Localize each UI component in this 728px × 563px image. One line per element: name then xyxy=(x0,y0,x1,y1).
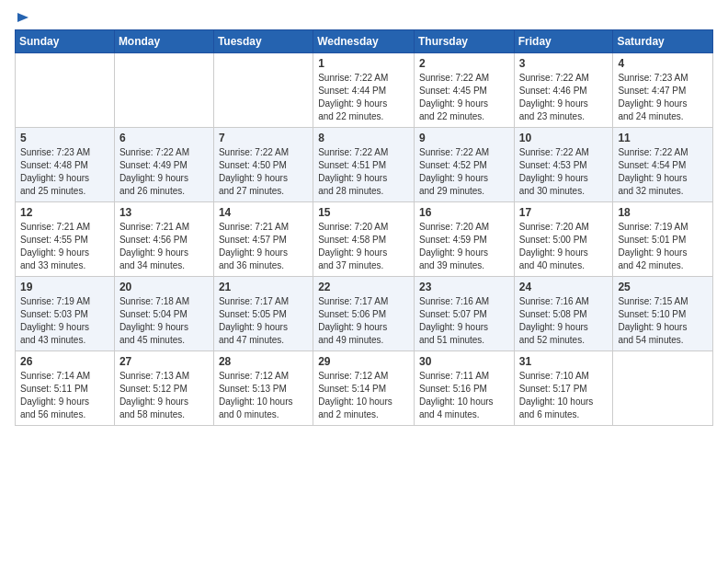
calendar-cell: 31Sunrise: 7:10 AM Sunset: 5:17 PM Dayli… xyxy=(514,351,613,426)
day-info: Sunrise: 7:18 AM Sunset: 5:04 PM Dayligh… xyxy=(119,295,209,347)
calendar-cell: 2Sunrise: 7:22 AM Sunset: 4:45 PM Daylig… xyxy=(414,53,514,128)
day-number: 18 xyxy=(618,206,708,219)
day-info: Sunrise: 7:21 AM Sunset: 4:57 PM Dayligh… xyxy=(219,221,308,272)
day-info: Sunrise: 7:12 AM Sunset: 5:14 PM Dayligh… xyxy=(318,370,409,421)
day-info: Sunrise: 7:23 AM Sunset: 4:47 PM Dayligh… xyxy=(618,72,708,123)
calendar-week-2: 5Sunrise: 7:23 AM Sunset: 4:48 PM Daylig… xyxy=(16,128,713,202)
calendar-cell: 7Sunrise: 7:22 AM Sunset: 4:50 PM Daylig… xyxy=(213,128,313,202)
day-number: 25 xyxy=(618,281,708,293)
day-number: 6 xyxy=(119,132,209,144)
day-number: 20 xyxy=(119,281,209,293)
day-number: 15 xyxy=(318,206,409,219)
day-info: Sunrise: 7:22 AM Sunset: 4:46 PM Dayligh… xyxy=(519,72,609,123)
calendar-cell xyxy=(213,53,313,128)
day-number: 7 xyxy=(219,132,308,144)
calendar-cell: 15Sunrise: 7:20 AM Sunset: 4:58 PM Dayli… xyxy=(313,202,415,277)
day-number: 13 xyxy=(119,206,209,219)
day-info: Sunrise: 7:12 AM Sunset: 5:13 PM Dayligh… xyxy=(219,370,308,421)
calendar-header-monday: Monday xyxy=(114,30,213,53)
day-number: 11 xyxy=(618,132,708,144)
calendar-cell: 5Sunrise: 7:23 AM Sunset: 4:48 PM Daylig… xyxy=(16,128,115,202)
calendar-cell: 21Sunrise: 7:17 AM Sunset: 5:05 PM Dayli… xyxy=(213,277,313,351)
calendar-header-friday: Friday xyxy=(514,30,613,53)
day-number: 17 xyxy=(519,206,609,219)
day-number: 26 xyxy=(20,355,109,368)
calendar-cell xyxy=(613,351,713,426)
day-info: Sunrise: 7:16 AM Sunset: 5:08 PM Dayligh… xyxy=(519,295,609,347)
day-number: 8 xyxy=(318,132,409,144)
calendar-cell: 4Sunrise: 7:23 AM Sunset: 4:47 PM Daylig… xyxy=(613,53,713,128)
day-number: 29 xyxy=(318,355,409,368)
calendar-cell: 30Sunrise: 7:11 AM Sunset: 5:16 PM Dayli… xyxy=(414,351,514,426)
day-info: Sunrise: 7:23 AM Sunset: 4:48 PM Dayligh… xyxy=(20,146,109,198)
calendar-header-tuesday: Tuesday xyxy=(213,30,313,53)
day-number: 30 xyxy=(419,355,509,368)
day-info: Sunrise: 7:22 AM Sunset: 4:45 PM Dayligh… xyxy=(419,72,509,123)
calendar-cell: 20Sunrise: 7:18 AM Sunset: 5:04 PM Dayli… xyxy=(114,277,213,351)
calendar-cell: 16Sunrise: 7:20 AM Sunset: 4:59 PM Dayli… xyxy=(414,202,514,277)
day-number: 31 xyxy=(519,355,609,368)
calendar-cell: 25Sunrise: 7:15 AM Sunset: 5:10 PM Dayli… xyxy=(613,277,713,351)
day-info: Sunrise: 7:20 AM Sunset: 4:59 PM Dayligh… xyxy=(419,221,509,272)
calendar-cell: 18Sunrise: 7:19 AM Sunset: 5:01 PM Dayli… xyxy=(613,202,713,277)
logo xyxy=(15,11,32,22)
day-info: Sunrise: 7:22 AM Sunset: 4:49 PM Dayligh… xyxy=(119,146,209,198)
svg-marker-0 xyxy=(17,13,28,22)
day-info: Sunrise: 7:11 AM Sunset: 5:16 PM Dayligh… xyxy=(419,370,509,421)
day-number: 4 xyxy=(618,57,708,70)
day-number: 10 xyxy=(519,132,609,144)
day-info: Sunrise: 7:22 AM Sunset: 4:52 PM Dayligh… xyxy=(419,146,509,198)
calendar-cell: 1Sunrise: 7:22 AM Sunset: 4:44 PM Daylig… xyxy=(313,53,415,128)
calendar-cell: 27Sunrise: 7:13 AM Sunset: 5:12 PM Dayli… xyxy=(114,351,213,426)
day-info: Sunrise: 7:19 AM Sunset: 5:03 PM Dayligh… xyxy=(20,295,109,347)
day-info: Sunrise: 7:22 AM Sunset: 4:51 PM Dayligh… xyxy=(318,146,409,198)
calendar-header-sunday: Sunday xyxy=(16,30,115,53)
calendar-cell: 8Sunrise: 7:22 AM Sunset: 4:51 PM Daylig… xyxy=(313,128,415,202)
day-info: Sunrise: 7:17 AM Sunset: 5:06 PM Dayligh… xyxy=(318,295,409,347)
calendar-cell: 28Sunrise: 7:12 AM Sunset: 5:13 PM Dayli… xyxy=(213,351,313,426)
day-number: 23 xyxy=(419,281,509,293)
day-number: 16 xyxy=(419,206,509,219)
day-info: Sunrise: 7:22 AM Sunset: 4:44 PM Dayligh… xyxy=(318,72,409,123)
calendar-table: SundayMondayTuesdayWednesdayThursdayFrid… xyxy=(15,29,713,426)
day-info: Sunrise: 7:16 AM Sunset: 5:07 PM Dayligh… xyxy=(419,295,509,347)
day-info: Sunrise: 7:22 AM Sunset: 4:54 PM Dayligh… xyxy=(618,146,708,198)
calendar-cell xyxy=(114,53,213,128)
calendar-cell: 13Sunrise: 7:21 AM Sunset: 4:56 PM Dayli… xyxy=(114,202,213,277)
day-info: Sunrise: 7:22 AM Sunset: 4:50 PM Dayligh… xyxy=(219,146,308,198)
calendar-week-3: 12Sunrise: 7:21 AM Sunset: 4:55 PM Dayli… xyxy=(16,202,713,277)
calendar-cell: 11Sunrise: 7:22 AM Sunset: 4:54 PM Dayli… xyxy=(613,128,713,202)
day-info: Sunrise: 7:20 AM Sunset: 4:58 PM Dayligh… xyxy=(318,221,409,272)
day-number: 24 xyxy=(519,281,609,293)
logo-icon xyxy=(16,9,32,26)
calendar-cell xyxy=(16,53,115,128)
calendar-cell: 29Sunrise: 7:12 AM Sunset: 5:14 PM Dayli… xyxy=(313,351,415,426)
calendar-cell: 17Sunrise: 7:20 AM Sunset: 5:00 PM Dayli… xyxy=(514,202,613,277)
calendar-cell: 12Sunrise: 7:21 AM Sunset: 4:55 PM Dayli… xyxy=(16,202,115,277)
calendar-cell: 23Sunrise: 7:16 AM Sunset: 5:07 PM Dayli… xyxy=(414,277,514,351)
calendar-cell: 9Sunrise: 7:22 AM Sunset: 4:52 PM Daylig… xyxy=(414,128,514,202)
day-number: 22 xyxy=(318,281,409,293)
day-number: 19 xyxy=(20,281,109,293)
day-number: 12 xyxy=(20,206,109,219)
calendar-header-saturday: Saturday xyxy=(613,30,713,53)
day-number: 5 xyxy=(20,132,109,144)
day-info: Sunrise: 7:10 AM Sunset: 5:17 PM Dayligh… xyxy=(519,370,609,421)
calendar-cell: 14Sunrise: 7:21 AM Sunset: 4:57 PM Dayli… xyxy=(213,202,313,277)
day-number: 1 xyxy=(318,57,409,70)
day-info: Sunrise: 7:21 AM Sunset: 4:55 PM Dayligh… xyxy=(20,221,109,272)
calendar-cell: 3Sunrise: 7:22 AM Sunset: 4:46 PM Daylig… xyxy=(514,53,613,128)
day-info: Sunrise: 7:20 AM Sunset: 5:00 PM Dayligh… xyxy=(519,221,609,272)
calendar-week-4: 19Sunrise: 7:19 AM Sunset: 5:03 PM Dayli… xyxy=(16,277,713,351)
day-info: Sunrise: 7:21 AM Sunset: 4:56 PM Dayligh… xyxy=(119,221,209,272)
calendar-cell: 19Sunrise: 7:19 AM Sunset: 5:03 PM Dayli… xyxy=(16,277,115,351)
day-number: 21 xyxy=(219,281,308,293)
day-number: 14 xyxy=(219,206,308,219)
calendar-week-5: 26Sunrise: 7:14 AM Sunset: 5:11 PM Dayli… xyxy=(16,351,713,426)
calendar-week-1: 1Sunrise: 7:22 AM Sunset: 4:44 PM Daylig… xyxy=(16,53,713,128)
day-info: Sunrise: 7:22 AM Sunset: 4:53 PM Dayligh… xyxy=(519,146,609,198)
calendar-header-thursday: Thursday xyxy=(414,30,514,53)
day-info: Sunrise: 7:19 AM Sunset: 5:01 PM Dayligh… xyxy=(618,221,708,272)
calendar-cell: 6Sunrise: 7:22 AM Sunset: 4:49 PM Daylig… xyxy=(114,128,213,202)
day-info: Sunrise: 7:13 AM Sunset: 5:12 PM Dayligh… xyxy=(119,370,209,421)
